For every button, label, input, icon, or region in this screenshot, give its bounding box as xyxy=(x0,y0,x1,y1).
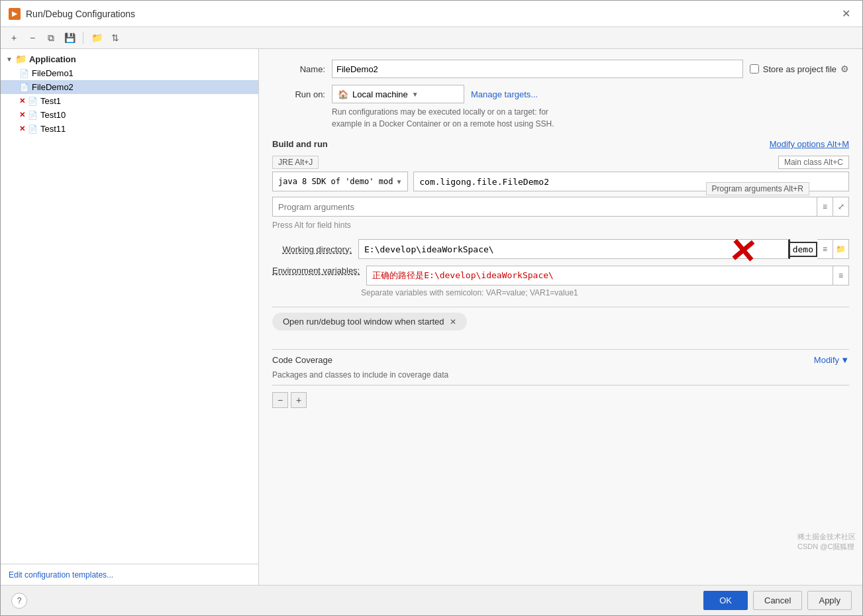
java-dropdown-arrow: ▼ xyxy=(395,178,402,185)
toolbar-separator xyxy=(83,32,83,44)
java-label: java 8 SDK of 'demo' mod xyxy=(278,177,393,186)
remove-configuration-button[interactable]: − xyxy=(25,30,40,46)
working-dir-label: Working directory: xyxy=(272,244,352,254)
file-icon-3: 📄 xyxy=(28,97,38,106)
coverage-modify-arrow: ▼ xyxy=(840,355,849,365)
tree-item-application[interactable]: ▼ 📁 Application xyxy=(1,52,258,66)
jre-tooltip: JRE Alt+J xyxy=(272,156,319,169)
name-row: Name: Store as project file ⚙ xyxy=(272,60,849,78)
file-icon: 📄 xyxy=(19,69,29,78)
cancel-button[interactable]: Cancel xyxy=(753,591,802,610)
run-on-row: Run on: 🏠 Local machine ▼ Manage targets… xyxy=(272,85,849,103)
prog-args-expand-button[interactable]: ⤢ xyxy=(833,197,849,217)
coverage-remove-button[interactable]: − xyxy=(272,392,288,408)
open-run-debug-close-icon[interactable]: ✕ xyxy=(450,317,456,327)
application-label: Application xyxy=(29,54,76,64)
test1-label: Test1 xyxy=(40,96,61,106)
store-project-label: Store as project file xyxy=(763,64,837,74)
error-icon-1: ✕ xyxy=(19,97,25,105)
env-vars-input[interactable] xyxy=(366,266,833,285)
left-footer: Edit configuration templates... xyxy=(1,564,258,585)
apply-button[interactable]: Apply xyxy=(807,591,852,610)
action-buttons: OK Cancel Apply xyxy=(703,591,852,610)
bottom-bar: ? OK Cancel Apply xyxy=(1,585,862,615)
error-icon-2: ✕ xyxy=(19,111,25,119)
expand-arrow-icon: ▼ xyxy=(6,56,13,63)
main-class-tooltip-area: Main class Alt+C xyxy=(778,156,849,169)
working-dir-input[interactable] xyxy=(358,239,790,259)
tree-item-test11[interactable]: ✕ 📄 Test11 xyxy=(1,122,258,136)
gear-icon[interactable]: ⚙ xyxy=(840,64,849,74)
open-run-debug-label: Open run/debug tool window when started xyxy=(283,317,444,327)
prog-args-edit-button[interactable]: ≡ xyxy=(817,197,833,217)
coverage-section: Code Coverage Modify ▼ Packages and clas… xyxy=(272,355,849,408)
run-on-dropdown[interactable]: 🏠 Local machine ▼ xyxy=(332,85,464,103)
run-hint-text: Run configurations may be executed local… xyxy=(332,107,554,128)
tree-item-test1[interactable]: ✕ 📄 Test1 xyxy=(1,94,258,108)
env-vars-input-group: ≡ xyxy=(366,266,849,285)
title-bar-left: ▶ Run/Debug Configurations xyxy=(9,8,135,20)
java-sdk-dropdown[interactable]: java 8 SDK of 'demo' mod ▼ xyxy=(272,172,408,191)
coverage-modify-label: Modify xyxy=(814,355,839,365)
build-run-title: Build and run xyxy=(272,139,328,149)
env-vars-edit-button[interactable]: ≡ xyxy=(833,266,849,285)
app-icon: ▶ xyxy=(9,8,21,20)
name-input[interactable] xyxy=(332,60,743,78)
configuration-tree[interactable]: ▼ 📁 Application 📄 FileDemo1 📄 FileDemo2 … xyxy=(1,49,258,564)
run-hint: Run configurations may be executed local… xyxy=(332,106,849,130)
section-divider-1 xyxy=(272,307,849,307)
prog-args-input[interactable] xyxy=(272,197,817,217)
copy-configuration-button[interactable]: ⧉ xyxy=(43,30,59,46)
filedemo1-label: FileDemo1 xyxy=(32,68,74,78)
folder-icon: 📁 xyxy=(15,54,26,64)
error-icon-3: ✕ xyxy=(19,125,25,133)
add-configuration-button[interactable]: + xyxy=(6,30,22,46)
folder-button[interactable]: 📁 xyxy=(89,30,105,46)
help-button[interactable]: ? xyxy=(11,593,27,609)
sort-button[interactable]: ⇅ xyxy=(107,30,123,46)
main-content: ▼ 📁 Application 📄 FileDemo1 📄 FileDemo2 … xyxy=(1,49,862,585)
main-class-tooltip: Main class Alt+C xyxy=(778,156,849,169)
demo-highlight: demo xyxy=(789,242,817,257)
press-alt-hint: Press Alt for field hints xyxy=(272,221,849,230)
name-label: Name: xyxy=(272,64,325,74)
ok-button[interactable]: OK xyxy=(703,591,748,610)
env-hint: Separate variables with semicolon: VAR=v… xyxy=(361,288,849,297)
jre-tooltip-text: JRE Alt+J xyxy=(278,158,313,167)
save-configuration-button[interactable]: 💾 xyxy=(62,30,77,46)
manage-targets-link[interactable]: Manage targets... xyxy=(471,89,538,99)
modify-options-label: Modify options xyxy=(770,139,825,149)
modify-options-link[interactable]: Modify options Alt+M xyxy=(770,139,849,149)
tree-item-filedemo1[interactable]: 📄 FileDemo1 xyxy=(1,66,258,80)
edit-templates-link[interactable]: Edit configuration templates... xyxy=(9,570,113,580)
store-checkbox-area: Store as project file ⚙ xyxy=(750,64,849,74)
tooltip-hints-row: JRE Alt+J Main class Alt+C xyxy=(272,156,849,169)
section-divider-2 xyxy=(272,349,849,350)
coverage-modify-link[interactable]: Modify ▼ xyxy=(814,355,849,365)
working-dir-section: Working directory: demo ≡ 📁 ✕ Environmen… xyxy=(272,239,849,297)
filedemo2-label: FileDemo2 xyxy=(32,82,74,92)
env-vars-label: Environment variables: xyxy=(272,266,360,276)
close-button[interactable]: ✕ xyxy=(838,6,854,21)
working-dir-edit-button[interactable]: ≡ xyxy=(817,239,833,259)
coverage-desc: Packages and classes to include in cover… xyxy=(272,370,849,385)
coverage-add-button[interactable]: + xyxy=(291,392,307,408)
dropdown-arrow-icon: ▼ xyxy=(412,91,419,98)
title-bar: ▶ Run/Debug Configurations ✕ xyxy=(1,1,862,27)
open-run-debug-button[interactable]: Open run/debug tool window when started … xyxy=(272,313,467,331)
modify-options-shortcut: Alt+M xyxy=(827,139,849,149)
dialog-title: Run/Debug Configurations xyxy=(26,9,135,19)
prog-args-container: Program arguments Alt+R ≡ ⤢ xyxy=(272,197,849,217)
watermark: 稀土掘金技术社区CSDN @C掘狐狸 xyxy=(797,532,856,552)
file-icon-2: 📄 xyxy=(19,83,29,92)
working-dir-input-group: demo ≡ 📁 xyxy=(358,239,849,259)
coverage-btns: − + xyxy=(272,392,849,408)
tree-item-test10[interactable]: ✕ 📄 Test10 xyxy=(1,108,258,122)
tree-item-filedemo2[interactable]: 📄 FileDemo2 xyxy=(1,80,258,94)
coverage-title: Code Coverage xyxy=(272,355,332,365)
working-dir-browse-button[interactable]: 📁 xyxy=(833,239,849,259)
store-as-project-checkbox[interactable] xyxy=(750,64,759,74)
build-run-header: Build and run Modify options Alt+M xyxy=(272,139,849,149)
env-vars-row: Environment variables: ≡ xyxy=(272,266,849,285)
left-panel: ▼ 📁 Application 📄 FileDemo1 📄 FileDemo2 … xyxy=(1,49,259,585)
